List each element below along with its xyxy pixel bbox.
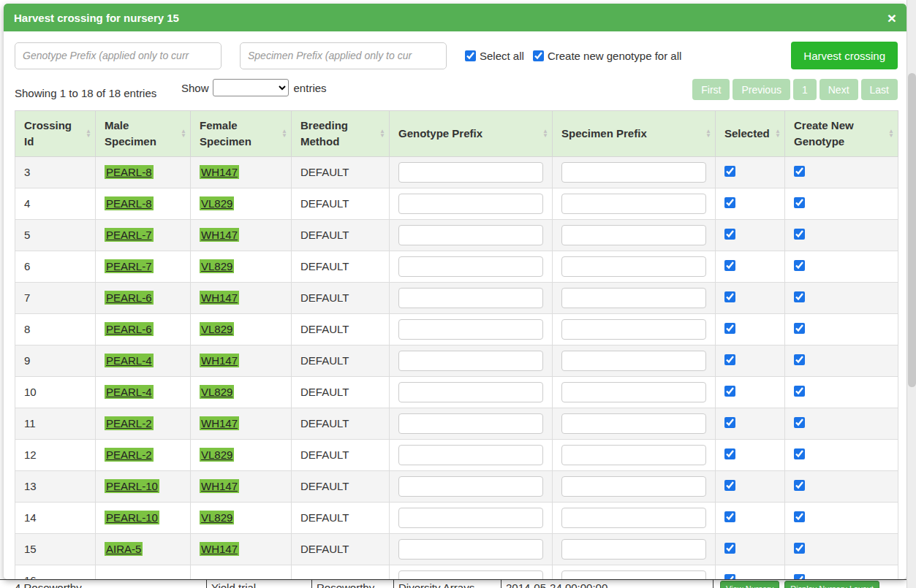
close-icon[interactable]: × <box>887 10 896 26</box>
view-nursery-button[interactable]: View Nursery <box>720 581 779 588</box>
row-specimen-prefix-input[interactable] <box>561 382 706 402</box>
row-genotype-prefix-input[interactable] <box>398 319 543 340</box>
female-specimen-link[interactable]: WH147 <box>200 291 239 305</box>
row-specimen-prefix-input[interactable] <box>561 508 706 528</box>
create-new-genotype-checkbox[interactable] <box>794 260 805 271</box>
row-genotype-prefix-input[interactable] <box>398 256 543 277</box>
scrollbar-thumb[interactable] <box>908 73 916 387</box>
female-specimen-link[interactable]: WH147 <box>200 354 239 367</box>
row-genotype-prefix-input[interactable] <box>398 382 543 402</box>
male-specimen-link[interactable]: PEARL-8 <box>105 165 154 179</box>
male-specimen-link[interactable]: PEARL-6 <box>105 322 154 336</box>
selected-checkbox[interactable] <box>724 166 735 177</box>
row-specimen-prefix-input[interactable] <box>561 413 706 434</box>
selected-checkbox[interactable] <box>724 354 735 365</box>
female-specimen-link[interactable]: WH147 <box>200 416 239 430</box>
male-specimen-link[interactable]: PEARL-4 <box>105 385 154 399</box>
selected-checkbox[interactable] <box>724 229 735 240</box>
row-genotype-prefix-input[interactable] <box>398 570 543 580</box>
male-specimen-link[interactable]: PEARL-2 <box>105 448 154 462</box>
display-nursery-layout-button[interactable]: Display Nursery Layout <box>784 581 879 588</box>
create-new-genotype-checkbox[interactable] <box>794 197 805 208</box>
row-specimen-prefix-input[interactable] <box>561 162 706 183</box>
pagination-previous[interactable]: Previous <box>733 79 790 100</box>
female-specimen-link[interactable]: VL829 <box>200 322 234 336</box>
female-specimen-link[interactable]: WH147 <box>200 479 239 493</box>
female-specimen-link[interactable]: VL829 <box>200 196 234 210</box>
column-header-crossing-id[interactable]: Crossing Id▲▼ <box>15 111 96 157</box>
selected-checkbox[interactable] <box>724 291 735 302</box>
page-scrollbar[interactable] <box>906 0 916 588</box>
row-genotype-prefix-input[interactable] <box>398 162 543 183</box>
male-specimen-link[interactable]: PEARL-10 <box>105 511 159 524</box>
row-specimen-prefix-input[interactable] <box>561 319 706 340</box>
male-specimen-link[interactable]: PEARL-4 <box>105 354 154 367</box>
selected-checkbox[interactable] <box>724 574 735 580</box>
column-header-specimen-prefix[interactable]: Specimen Prefix▲▼ <box>553 111 716 157</box>
row-genotype-prefix-input[interactable] <box>398 194 543 214</box>
row-specimen-prefix-input[interactable] <box>561 194 706 214</box>
female-specimen-link[interactable]: WH147 <box>200 228 239 242</box>
selected-checkbox[interactable] <box>724 386 735 397</box>
harvest-crossing-button[interactable]: Harvest crossing <box>791 42 898 69</box>
selected-checkbox[interactable] <box>724 543 735 554</box>
selected-checkbox[interactable] <box>724 448 735 459</box>
entries-select[interactable] <box>213 79 289 96</box>
create-new-genotype-for-all-checkbox[interactable] <box>533 50 544 61</box>
row-genotype-prefix-input[interactable] <box>398 413 543 434</box>
pagination-first[interactable]: First <box>692 79 730 100</box>
column-header-female-specimen[interactable]: Female Specimen▲▼ <box>191 111 292 157</box>
pagination-next[interactable]: Next <box>820 79 858 100</box>
row-specimen-prefix-input[interactable] <box>561 476 706 497</box>
column-header-genotype-prefix[interactable]: Genotype Prefix▲▼ <box>390 111 553 157</box>
create-new-genotype-checkbox[interactable] <box>794 417 805 428</box>
male-specimen-link[interactable]: PEARL-8 <box>105 196 154 210</box>
row-genotype-prefix-input[interactable] <box>398 225 543 245</box>
row-genotype-prefix-input[interactable] <box>398 508 543 528</box>
create-new-genotype-checkbox[interactable] <box>794 386 805 397</box>
male-specimen-link[interactable]: AIRA-5 <box>105 542 143 556</box>
create-new-genotype-checkbox[interactable] <box>794 229 805 240</box>
selected-checkbox[interactable] <box>724 417 735 428</box>
select-all-checkbox[interactable] <box>465 50 476 61</box>
column-header-breeding-method[interactable]: Breeding Method▲▼ <box>292 111 390 157</box>
row-specimen-prefix-input[interactable] <box>561 539 706 560</box>
create-new-genotype-checkbox[interactable] <box>794 574 805 580</box>
row-specimen-prefix-input[interactable] <box>561 445 706 465</box>
row-specimen-prefix-input[interactable] <box>561 570 706 580</box>
create-new-genotype-checkbox[interactable] <box>794 354 805 365</box>
selected-checkbox[interactable] <box>724 480 735 491</box>
row-genotype-prefix-input[interactable] <box>398 476 543 497</box>
selected-checkbox[interactable] <box>724 197 735 208</box>
male-specimen-link[interactable]: PEARL-2 <box>105 416 154 430</box>
create-new-genotype-checkbox[interactable] <box>794 323 805 334</box>
female-specimen-link[interactable]: VL829 <box>200 511 234 524</box>
female-specimen-link[interactable]: VL829 <box>200 448 234 462</box>
female-specimen-link[interactable]: WH147 <box>200 542 239 556</box>
create-new-genotype-checkbox[interactable] <box>794 291 805 302</box>
row-specimen-prefix-input[interactable] <box>561 225 706 245</box>
row-specimen-prefix-input[interactable] <box>561 256 706 277</box>
female-specimen-link[interactable]: VL829 <box>200 385 234 399</box>
pagination-last[interactable]: Last <box>861 79 898 100</box>
row-genotype-prefix-input[interactable] <box>398 539 543 560</box>
pagination-1[interactable]: 1 <box>793 79 817 100</box>
male-specimen-link[interactable]: PEARL-7 <box>105 259 154 273</box>
create-new-genotype-checkbox[interactable] <box>794 166 805 177</box>
selected-checkbox[interactable] <box>724 323 735 334</box>
genotype-prefix-input[interactable] <box>15 42 222 69</box>
specimen-prefix-input[interactable] <box>240 42 447 69</box>
column-header-male-specimen[interactable]: Male Specimen▲▼ <box>96 111 191 157</box>
row-specimen-prefix-input[interactable] <box>561 351 706 371</box>
create-new-genotype-checkbox[interactable] <box>794 543 805 554</box>
create-new-genotype-checkbox[interactable] <box>794 511 805 522</box>
selected-checkbox[interactable] <box>724 511 735 522</box>
male-specimen-link[interactable]: PEARL-10 <box>105 479 159 493</box>
female-specimen-link[interactable]: VL829 <box>200 259 234 273</box>
column-header-create-new-genotype[interactable]: Create New Genotype▲▼ <box>785 111 898 157</box>
create-new-genotype-checkbox[interactable] <box>794 448 805 459</box>
row-specimen-prefix-input[interactable] <box>561 288 706 308</box>
create-new-genotype-checkbox[interactable] <box>794 480 805 491</box>
male-specimen-link[interactable]: PEARL-6 <box>105 291 154 305</box>
selected-checkbox[interactable] <box>724 260 735 271</box>
